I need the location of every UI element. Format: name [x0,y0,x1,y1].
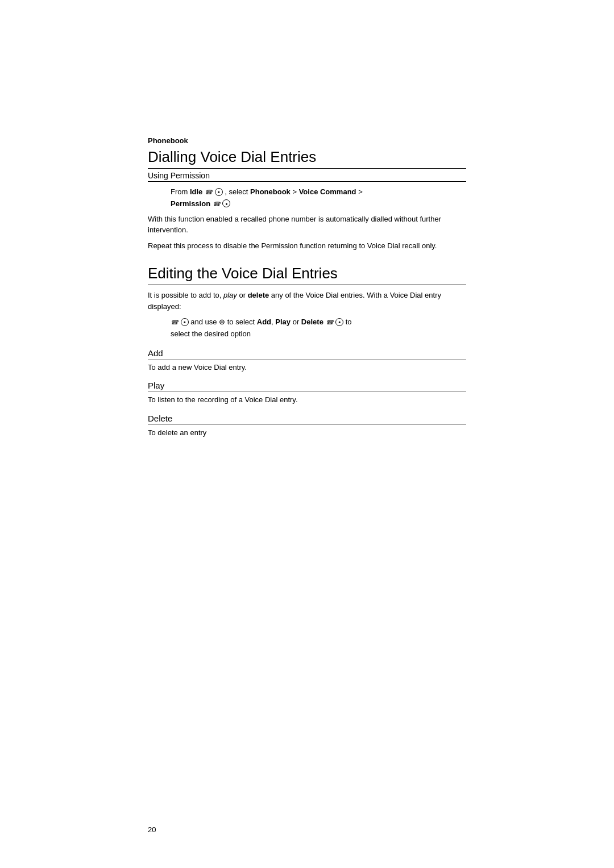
instruction-and-use: and use [190,318,219,326]
chapter2-intro: It is possible to add to, play or delete… [148,290,466,312]
instruction-options: to select Add, Play or Delete [227,318,323,326]
phone-icon-2: ☎ [213,199,221,210]
delete-body: To delete an entry [148,427,466,439]
joystick-icon: ⊕ [219,316,225,328]
instruction-select-desired: select the desired option [171,329,251,338]
instruction-from: From Idle [171,187,202,196]
instruction-select: , select Phonebook > Voice Command > [225,187,363,196]
page-number: 20 [148,825,156,834]
instruction-permission: Permission [171,199,210,208]
chapter1-body1: With this function enabled a recalled ph… [148,214,466,236]
delete-heading: Delete [148,414,466,425]
section-label: Phonebook [148,136,466,145]
phone-icon-1: ☎ [205,187,213,198]
chapter1-body2: Repeat this process to disable the Permi… [148,240,466,252]
nav-circle-icon-3: ● [181,318,189,326]
play-body: To listen to the recording of a Voice Di… [148,394,466,406]
subsection-title: Using Permission [148,171,466,182]
add-body: To add a new Voice Dial entry. [148,362,466,373]
nav-circle-icon-2: ● [222,199,230,207]
nav-circle-icon-4: ● [335,318,343,326]
page: Phonebook Dialling Voice Dial Entries Us… [0,0,614,868]
phone-icon-3: ☎ [171,318,179,328]
nav-circle-icon-1: ● [215,188,223,196]
add-heading: Add [148,348,466,360]
chapter1-title: Dialling Voice Dial Entries [148,148,466,169]
chapter2-title: Editing the Voice Dial Entries [148,265,466,285]
instruction-select-option: to [346,318,352,326]
phone-icon-4: ☎ [326,318,334,328]
chapter2-instruction: ☎ ● and use ⊕ to select Add, Play or Del… [171,316,466,340]
play-heading: Play [148,381,466,392]
chapter1-instruction: From Idle ☎ ● , select Phonebook > Voice… [171,186,466,210]
